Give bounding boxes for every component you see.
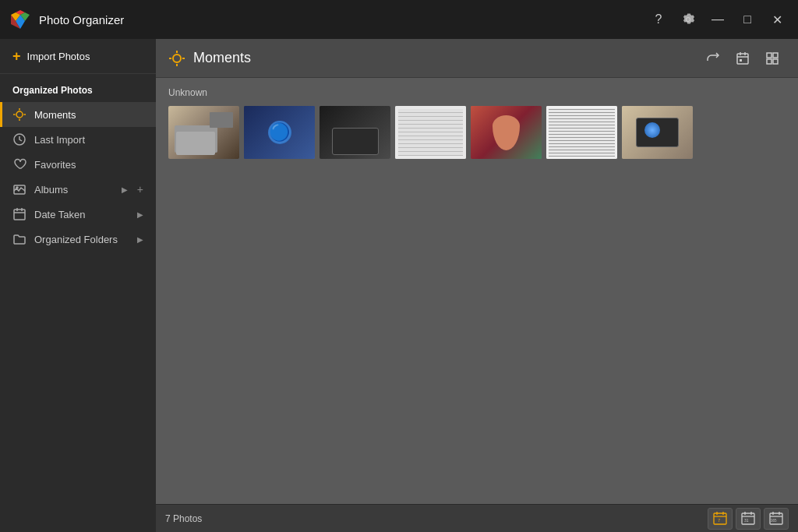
photo-thumb-1[interactable] [168, 106, 239, 159]
sidebar-item-favorites-label: Favorites [34, 159, 143, 171]
albums-add-button[interactable]: + [137, 183, 143, 196]
thumb-inner-4 [395, 106, 466, 159]
photo-thumb-2[interactable] [244, 106, 315, 159]
content-title-text: Moments [193, 50, 251, 66]
sidebar-item-albums[interactable]: Albums ▶ + [0, 177, 156, 202]
sidebar-item-favorites[interactable]: Favorites [0, 152, 156, 177]
sidebar-item-organized-folders[interactable]: Organized Folders ▶ [0, 227, 156, 252]
title-bar: Photo Organizer ? — □ ✕ [0, 0, 798, 39]
thumb-inner-3 [320, 106, 390, 159]
status-bar: 7 Photos 7 [156, 504, 798, 532]
svg-text:7: 7 [718, 518, 721, 523]
content-header: Moments [156, 39, 798, 78]
title-bar-controls: ? — □ ✕ [647, 8, 789, 31]
view-365-button[interactable]: 365 [764, 508, 789, 530]
thumb-inner-6 [546, 106, 617, 159]
content-area: Moments [156, 39, 798, 532]
svg-rect-25 [773, 59, 778, 64]
minimize-button[interactable]: — [706, 8, 729, 31]
calendar-icon [12, 207, 26, 221]
group-label: Unknown [168, 87, 786, 98]
content-moments-icon [168, 50, 185, 67]
calendar-view-button[interactable] [729, 45, 756, 72]
photo-thumb-6[interactable] [546, 106, 617, 159]
moments-icon [12, 107, 26, 122]
image-icon [12, 182, 26, 196]
svg-text:365: 365 [771, 519, 777, 523]
photo-strip [168, 106, 786, 159]
sidebar: + Import Photos Organized Photos Moments [0, 39, 156, 532]
photo-thumb-3[interactable] [320, 106, 390, 159]
close-button[interactable]: ✕ [765, 8, 789, 31]
svg-rect-17 [737, 54, 748, 64]
sidebar-item-albums-label: Albums [34, 184, 114, 196]
clock-icon [12, 132, 26, 146]
svg-point-12 [173, 55, 181, 62]
svg-rect-8 [14, 210, 25, 220]
view-7-button[interactable]: 7 [708, 508, 733, 530]
sidebar-item-last-import[interactable]: Last Import [0, 127, 156, 152]
content-header-actions [700, 45, 786, 72]
svg-rect-24 [767, 59, 772, 64]
thumb-inner-1 [168, 106, 239, 159]
help-button[interactable]: ? [647, 8, 670, 31]
photo-thumb-4[interactable] [395, 106, 466, 159]
import-button[interactable]: + Import Photos [0, 39, 156, 74]
svg-rect-23 [773, 53, 778, 58]
photo-thumb-5[interactable] [471, 106, 542, 159]
folder-icon [12, 232, 26, 246]
svg-point-0 [16, 111, 23, 118]
view-31-button[interactable]: 31 [736, 508, 761, 530]
photo-area: Unknown [156, 78, 798, 504]
svg-text:31: 31 [744, 518, 749, 523]
grid-view-button[interactable] [759, 45, 786, 72]
sidebar-item-date-taken[interactable]: Date Taken ▶ [0, 202, 156, 227]
heart-icon [12, 157, 26, 171]
svg-point-7 [16, 187, 18, 188]
main-layout: + Import Photos Organized Photos Moments [0, 39, 798, 532]
svg-rect-21 [740, 59, 742, 62]
photo-count: 7 Photos [165, 513, 708, 524]
app-title: Photo Organizer [39, 13, 647, 26]
sidebar-item-date-taken-label: Date Taken [34, 209, 129, 220]
albums-chevron-icon: ▶ [122, 185, 128, 194]
sidebar-item-moments[interactable]: Moments [0, 102, 156, 127]
app-logo [9, 9, 31, 30]
organized-folders-chevron-icon: ▶ [137, 235, 143, 244]
thumb-inner-7 [622, 106, 693, 159]
import-label: Import Photos [27, 51, 90, 62]
thumb-inner-5 [471, 106, 542, 159]
svg-rect-22 [767, 53, 772, 58]
sidebar-item-organized-folders-label: Organized Folders [34, 234, 129, 245]
status-bar-actions: 7 31 [708, 508, 789, 530]
sidebar-section-header: Organized Photos [0, 74, 156, 102]
sidebar-item-moments-label: Moments [34, 109, 143, 121]
sidebar-item-last-import-label: Last Import [34, 134, 143, 146]
photo-thumb-7[interactable] [622, 106, 693, 159]
content-title: Moments [168, 50, 700, 67]
maximize-button[interactable]: □ [736, 8, 759, 31]
date-taken-chevron-icon: ▶ [137, 210, 143, 219]
share-button[interactable] [700, 45, 726, 72]
import-plus-icon: + [12, 48, 21, 65]
thumb-inner-2 [244, 106, 315, 159]
settings-button[interactable] [676, 8, 700, 31]
